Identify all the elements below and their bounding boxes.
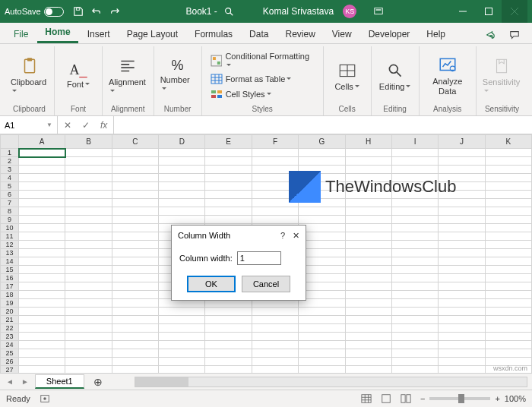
cell[interactable]	[345, 232, 391, 241]
cell[interactable]	[439, 182, 485, 191]
enter-formula-icon[interactable]: ✓	[82, 120, 90, 131]
cell[interactable]	[345, 249, 391, 257]
format-as-table-button[interactable]: Format as Table	[208, 72, 294, 86]
sheet-nav-next[interactable]: ►	[20, 377, 30, 386]
cell[interactable]	[345, 274, 391, 282]
row-header[interactable]: 23	[1, 333, 19, 341]
cell[interactable]	[65, 341, 112, 349]
cell[interactable]	[159, 358, 205, 366]
cell[interactable]	[205, 341, 252, 349]
cell[interactable]	[252, 358, 298, 366]
row-header[interactable]: 7	[1, 199, 19, 207]
cell[interactable]	[19, 324, 65, 333]
cell[interactable]	[439, 257, 485, 266]
page-layout-view-icon[interactable]	[381, 393, 391, 404]
cell[interactable]	[485, 232, 531, 241]
ok-button[interactable]: OK	[187, 276, 236, 292]
col-header[interactable]: B	[65, 135, 112, 149]
cell[interactable]	[112, 157, 158, 166]
cell[interactable]	[345, 358, 391, 366]
cell[interactable]	[19, 249, 65, 257]
cell[interactable]	[65, 266, 112, 274]
cell[interactable]	[439, 333, 485, 341]
tab-review[interactable]: Review	[277, 24, 322, 43]
cell[interactable]	[485, 349, 531, 358]
col-header[interactable]: K	[485, 135, 531, 149]
sheet-nav-prev[interactable]: ◄	[5, 377, 15, 386]
cell[interactable]	[65, 182, 112, 191]
horizontal-scrollbar[interactable]	[135, 377, 527, 387]
cell[interactable]	[391, 174, 438, 182]
cell[interactable]	[391, 341, 438, 349]
cell[interactable]	[159, 324, 205, 333]
cell[interactable]	[391, 349, 438, 358]
cell[interactable]	[485, 182, 531, 191]
cell[interactable]	[391, 324, 438, 333]
cell[interactable]	[19, 291, 65, 299]
tab-page-layout[interactable]: Page Layout	[119, 24, 185, 43]
minimize-button[interactable]	[450, 0, 476, 23]
comments-button[interactable]	[503, 27, 526, 43]
cell[interactable]	[345, 224, 391, 232]
cell[interactable]	[65, 358, 112, 366]
cell[interactable]	[112, 224, 158, 232]
cell[interactable]	[205, 207, 252, 216]
cell[interactable]	[252, 349, 298, 358]
search-icon[interactable]	[223, 6, 234, 17]
cell[interactable]	[299, 308, 345, 316]
cell[interactable]	[19, 316, 65, 324]
cell[interactable]	[345, 324, 391, 333]
cell[interactable]	[19, 358, 65, 366]
cell[interactable]	[252, 366, 298, 374]
cell[interactable]	[112, 333, 158, 341]
row-header[interactable]: 17	[1, 282, 19, 291]
cell[interactable]	[439, 366, 485, 374]
cell[interactable]	[345, 341, 391, 349]
cell[interactable]	[112, 257, 158, 266]
cell[interactable]	[65, 191, 112, 199]
cell[interactable]	[485, 282, 531, 291]
cell[interactable]	[205, 349, 252, 358]
col-header[interactable]: D	[159, 135, 205, 149]
cell[interactable]	[345, 291, 391, 299]
cell[interactable]	[112, 191, 158, 199]
avatar[interactable]: KS	[343, 5, 356, 18]
cell[interactable]	[485, 241, 531, 249]
cell[interactable]	[19, 232, 65, 241]
cell[interactable]	[205, 174, 252, 182]
cell[interactable]	[65, 216, 112, 224]
cell[interactable]	[112, 241, 158, 249]
cell[interactable]	[65, 149, 112, 157]
cell[interactable]	[205, 149, 252, 157]
formula-bar[interactable]	[113, 116, 532, 134]
cell[interactable]	[345, 366, 391, 374]
cell[interactable]	[391, 216, 438, 224]
col-header[interactable]: E	[205, 135, 252, 149]
cell[interactable]	[65, 257, 112, 266]
cell[interactable]	[299, 341, 345, 349]
row-header[interactable]: 12	[1, 241, 19, 249]
cell[interactable]	[112, 266, 158, 274]
row-header[interactable]: 25	[1, 349, 19, 358]
cell[interactable]	[65, 366, 112, 374]
row-header[interactable]: 16	[1, 274, 19, 282]
editing-button[interactable]: Editing	[378, 61, 413, 91]
cell[interactable]	[19, 174, 65, 182]
cell[interactable]	[345, 174, 391, 182]
cell[interactable]	[485, 157, 531, 166]
cell[interactable]	[159, 182, 205, 191]
cell[interactable]	[65, 324, 112, 333]
maximize-button[interactable]	[476, 0, 502, 23]
cell[interactable]	[65, 157, 112, 166]
cell[interactable]	[112, 291, 158, 299]
cell[interactable]	[391, 249, 438, 257]
cell[interactable]	[485, 224, 531, 232]
cell[interactable]	[19, 182, 65, 191]
cell[interactable]	[112, 207, 158, 216]
cell[interactable]	[439, 157, 485, 166]
cell[interactable]	[485, 199, 531, 207]
macro-record-icon[interactable]	[40, 393, 50, 404]
sheet-tab[interactable]: Sheet1	[35, 374, 84, 389]
cell[interactable]	[19, 216, 65, 224]
tab-view[interactable]: View	[325, 24, 359, 43]
